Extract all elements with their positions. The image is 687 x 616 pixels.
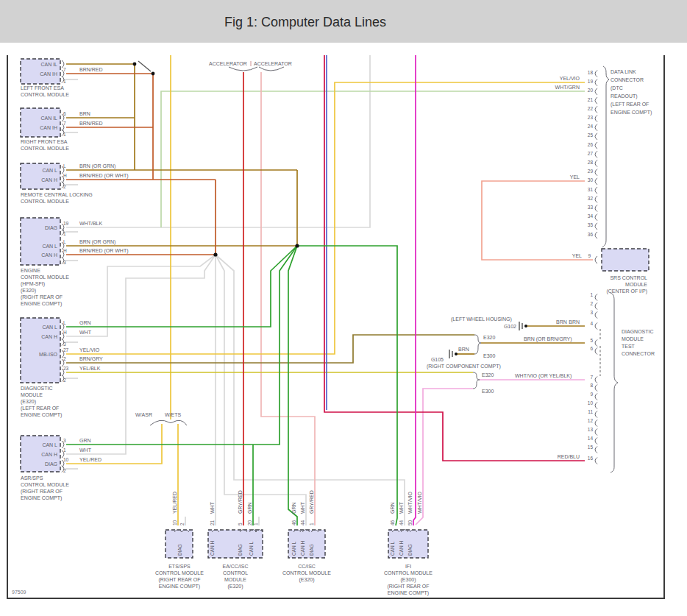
connector-name: (LEFT REAR OF	[611, 102, 649, 107]
dmtc-pin-number: 9	[590, 392, 593, 397]
page-title: Fig 1: Computer Data Lines	[224, 15, 386, 29]
dlc-pin-hook	[595, 178, 597, 185]
wire-color-label: YEL/VIO	[79, 347, 100, 353]
dmtc-pin-number: 2	[590, 301, 593, 306]
dlc-pin-number: 18	[588, 70, 594, 75]
pin-label: CAN H	[41, 177, 57, 183]
pin-number: 2	[63, 468, 66, 473]
wire-color-label: RED/BLU	[558, 454, 580, 459]
splice-brace-b	[473, 372, 480, 389]
pin-number: 20	[247, 520, 252, 525]
dmtc-pin-hook	[595, 447, 597, 453]
wire-color-label: BRN/GRY	[79, 356, 103, 361]
module-ea-cc-isc	[208, 530, 263, 558]
pin-label: CAN L	[42, 244, 57, 249]
dmtc-pin-hook	[595, 377, 597, 383]
labels-grounds: (LEFT WHEEL HOUSING) G102 BRN G105 (RIGH…	[427, 316, 567, 394]
dmtc-brace	[611, 293, 618, 472]
dlc-pin-hook	[595, 97, 597, 104]
wiring-diagram: Fig 1: Computer Data Lines 97509	[0, 0, 687, 616]
pin-number: 50	[407, 520, 413, 525]
module-name: (RIGHT REAR OF	[21, 489, 63, 495]
pin-number: 2	[63, 184, 66, 189]
pin-number: 1	[63, 79, 66, 84]
module-name: ENGINE COMPT)	[21, 412, 62, 418]
junction-dot	[133, 63, 137, 66]
labels-dlc: DATA LINK CONNECTOR (DTC READOUT) (LEFT …	[555, 69, 652, 180]
pin-number: H	[63, 330, 67, 335]
pin-label: CAN L	[42, 168, 57, 173]
wire-color-label: YEL/VIO	[560, 76, 580, 81]
wire-color-label: GRN	[291, 502, 296, 514]
pin-label: MB-ISO	[39, 352, 57, 357]
pin-number: 5	[238, 523, 243, 525]
dmtc-pin-number: 10	[588, 400, 594, 406]
dlc-pin-number: 27	[588, 151, 594, 156]
pin-number: 6	[63, 111, 66, 116]
module-name: (E320)	[21, 288, 36, 294]
pin-number: 23	[63, 366, 69, 371]
pin-number: 1	[63, 231, 66, 236]
dmtc-pin-hook	[595, 294, 597, 301]
dmtc-pin-hook	[595, 312, 597, 319]
dlc-pin-number: 28	[588, 160, 594, 165]
dmtc-pin-number: 8	[590, 383, 593, 388]
dlc-pin-number: 23	[588, 115, 594, 120]
connector-name: READOUT)	[611, 93, 638, 99]
wire-color-label: WHT/VIO	[407, 492, 413, 514]
dlc-pin-number: 36	[588, 232, 594, 237]
wire-color-label: BRN (OR GRN)	[79, 163, 115, 169]
wire-color-label: GRN	[79, 320, 91, 325]
pin-number: 7	[63, 121, 66, 126]
module-name: (CENTER OF I/P)	[606, 288, 647, 294]
wire-color-label: BRN/RED (OR WHT)	[79, 173, 129, 179]
dlc-pin-hook	[595, 116, 597, 122]
ground-g102	[519, 322, 527, 330]
dmtc-pin-number: 12	[588, 418, 594, 423]
wires	[65, 55, 593, 525]
wire-color-label: WHT	[300, 501, 305, 514]
pin-number: 19	[63, 221, 69, 226]
pin-label: CAN L	[249, 541, 254, 556]
pin-label: CAN H	[300, 540, 305, 556]
wire-color-label: YEL	[572, 253, 582, 258]
wire-yel-vio	[66, 82, 585, 354]
wire-color-label: GRN	[390, 502, 395, 514]
wire-yel-srs	[482, 181, 593, 260]
module-name: (E320)	[227, 584, 243, 590]
module-name: CONTROL MODULE	[384, 570, 433, 576]
wire-color-label: GRN	[247, 502, 252, 514]
wire-color-label: WHT/BLK	[79, 221, 102, 226]
pin-number: 1	[63, 447, 66, 453]
pin-label: DIAG	[45, 225, 57, 230]
pin-number: 10	[63, 457, 69, 462]
dmtc-pin-hook	[595, 429, 597, 436]
module-name: DIAGNOSTIC	[21, 386, 53, 391]
dlc-pin-hook	[595, 71, 597, 77]
wire-color-label: BRN/RED	[79, 67, 103, 72]
junction-dot	[152, 72, 155, 76]
module-name: MODULE	[625, 282, 647, 287]
connector-name: ENGINE COMPT)	[611, 110, 652, 116]
module-name: CC/ISC	[298, 564, 316, 569]
pin-number: L	[63, 163, 66, 169]
connector-name: (DTC	[611, 85, 623, 91]
ground-location: (RIGHT COMPONENT COMPT)	[427, 364, 501, 369]
pin-label: CAN H	[41, 252, 57, 258]
dlc-pin-number: 24	[588, 124, 594, 129]
pin-number: 2	[179, 523, 185, 525]
tap-wasr: W/ASR	[135, 412, 152, 417]
pin-number: 9	[588, 253, 591, 258]
pin-number: 1	[309, 523, 314, 525]
wire-color-label: GRY/RED	[238, 490, 243, 514]
dlc-pin-hook	[595, 151, 597, 157]
accelerator-label-right: ACCELERATOR	[254, 61, 292, 66]
pin-number: 3	[63, 341, 66, 347]
dmtc-pin-number: 7	[590, 375, 593, 380]
dlc-pin-hook	[595, 232, 597, 238]
pin-label: CAN IL	[40, 62, 57, 67]
module-name: CONTROL MODULE	[21, 199, 69, 204]
dlc-pin-hook	[595, 79, 597, 86]
splice-label: E320	[483, 335, 495, 340]
module-srs	[602, 249, 649, 271]
